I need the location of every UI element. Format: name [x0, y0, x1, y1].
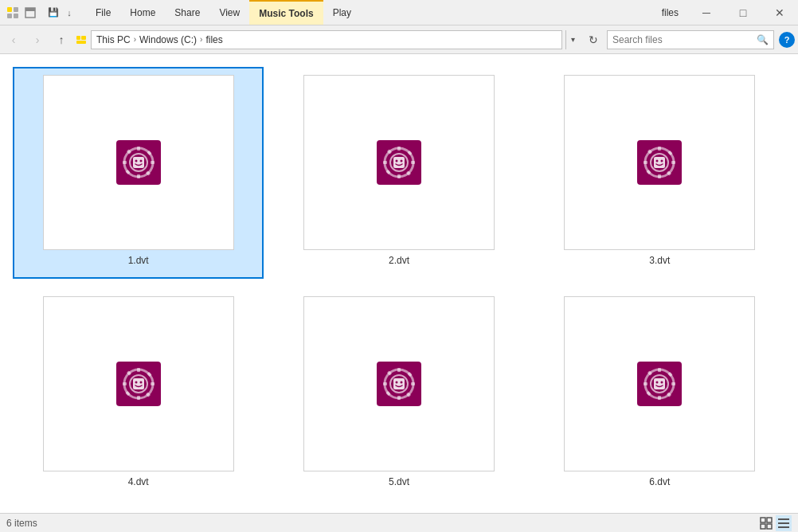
svg-point-22: [139, 160, 142, 162]
svg-rect-96: [767, 524, 772, 529]
svg-rect-34: [393, 157, 405, 168]
svg-rect-11: [137, 147, 140, 151]
file-icon-wrapper: [374, 137, 424, 188]
window-controls: ─ □ ✕: [688, 0, 798, 25]
help-button[interactable]: ?: [779, 32, 795, 48]
status-bar: 6 items: [0, 513, 798, 532]
svg-rect-20: [133, 157, 144, 168]
svg-rect-1: [14, 7, 18, 12]
close-button[interactable]: ✕: [761, 0, 798, 25]
search-icon[interactable]: 🔍: [757, 34, 769, 45]
svg-rect-5: [25, 8, 35, 11]
svg-rect-56: [151, 382, 155, 385]
tab-music-tools[interactable]: Music Tools: [249, 0, 323, 25]
svg-rect-39: [658, 147, 661, 151]
file-item-2[interactable]: 2.dvt: [273, 67, 524, 279]
forward-button[interactable]: ›: [27, 29, 48, 50]
tab-play[interactable]: Play: [323, 0, 361, 25]
svg-rect-26: [397, 174, 401, 178]
svg-rect-40: [658, 174, 661, 178]
status-item-count: 6 items: [6, 518, 37, 529]
svg-point-64: [139, 381, 142, 384]
main-content: 1.dvt: [0, 54, 798, 513]
file-name: 4.dvt: [128, 476, 149, 487]
svg-rect-67: [397, 368, 401, 372]
view-grid-button[interactable]: [758, 515, 774, 531]
file-thumbnail: [303, 75, 495, 250]
svg-rect-99: [778, 526, 789, 528]
svg-rect-70: [411, 382, 415, 385]
svg-rect-28: [411, 161, 415, 164]
svg-rect-13: [123, 161, 127, 164]
file-icon-wrapper: [113, 137, 164, 188]
svg-rect-6: [76, 36, 80, 40]
svg-rect-8: [81, 36, 86, 40]
tab-view[interactable]: View: [209, 0, 249, 25]
svg-rect-84: [671, 382, 675, 385]
svg-rect-48: [654, 157, 665, 168]
up-button[interactable]: ↑: [51, 29, 72, 50]
svg-rect-94: [767, 518, 772, 522]
search-box[interactable]: 🔍: [607, 30, 774, 49]
svg-point-36: [400, 160, 402, 162]
svg-rect-82: [658, 396, 661, 400]
title-bar: 💾 ↓ File Home Share View Music Tools Pla…: [0, 0, 798, 25]
address-bar: ‹ › ↑ This PC › Windows (C:) › files ▾ ↻…: [0, 25, 798, 54]
svg-point-91: [656, 381, 659, 384]
svg-rect-14: [151, 161, 155, 164]
search-input[interactable]: [612, 34, 753, 45]
file-item-4[interactable]: 4.dvt: [13, 288, 264, 500]
svg-rect-54: [137, 396, 140, 400]
svg-rect-53: [137, 368, 140, 372]
tab-home[interactable]: Home: [120, 0, 165, 25]
svg-rect-3: [14, 14, 18, 18]
file-name: 6.dvt: [649, 476, 670, 487]
file-name: 5.dvt: [389, 476, 409, 487]
svg-rect-98: [778, 522, 789, 524]
file-grid: 1.dvt: [0, 54, 798, 513]
back-button[interactable]: ‹: [3, 29, 24, 50]
tab-file[interactable]: File: [86, 0, 120, 25]
file-item-5[interactable]: 5.dvt: [273, 288, 524, 500]
svg-point-78: [400, 381, 402, 384]
file-item-1[interactable]: 1.dvt: [13, 67, 264, 279]
file-icon-wrapper: [634, 358, 685, 409]
tab-share[interactable]: Share: [165, 0, 209, 25]
path-this-pc[interactable]: This PC: [96, 34, 131, 45]
svg-rect-62: [133, 378, 144, 389]
svg-point-77: [395, 381, 397, 384]
svg-rect-95: [761, 524, 765, 529]
file-name: 1.dvt: [128, 255, 149, 266]
svg-rect-12: [137, 174, 140, 178]
svg-rect-76: [393, 378, 405, 389]
file-thumbnail: [43, 296, 234, 471]
file-name: 2.dvt: [389, 255, 409, 266]
qa-arrow[interactable]: ↓: [62, 6, 76, 20]
address-dropdown[interactable]: ▾: [565, 30, 580, 49]
file-thumbnail: [564, 296, 755, 471]
svg-point-92: [661, 381, 663, 384]
file-icon-wrapper: [634, 137, 685, 188]
file-icon-wrapper: [113, 358, 164, 409]
svg-point-35: [395, 160, 397, 162]
file-item-6[interactable]: 6.dvt: [534, 288, 785, 500]
window-icon: [24, 6, 37, 19]
svg-rect-55: [123, 382, 127, 385]
path-windows-c[interactable]: Windows (C:): [139, 34, 197, 45]
svg-rect-68: [397, 396, 401, 400]
file-thumbnail: [43, 75, 234, 250]
ribbon-tabs: File Home Share View Music Tools Play: [80, 0, 652, 25]
refresh-button[interactable]: ↻: [583, 29, 604, 50]
minimize-button[interactable]: ─: [688, 0, 725, 25]
file-item-3[interactable]: 3.dvt: [534, 67, 785, 279]
maximize-button[interactable]: □: [725, 0, 761, 25]
view-list-button[interactable]: [776, 515, 792, 531]
svg-rect-42: [671, 161, 675, 164]
svg-rect-27: [383, 161, 387, 164]
svg-rect-41: [643, 161, 647, 164]
svg-rect-25: [397, 147, 401, 151]
svg-point-63: [135, 381, 137, 384]
svg-rect-90: [654, 378, 665, 389]
qa-save[interactable]: 💾: [46, 6, 61, 20]
file-name: 3.dvt: [649, 255, 670, 266]
